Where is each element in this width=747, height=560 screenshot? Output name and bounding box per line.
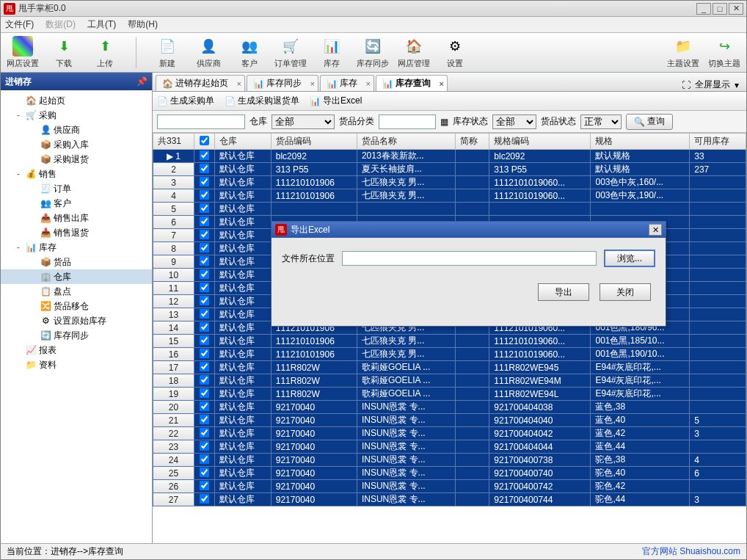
tb-shop-settings[interactable]: 网店设置 [7,36,39,69]
tree-node[interactable]: 🔄库存同步 [1,328,152,343]
row-checkbox[interactable] [194,480,215,493]
tree-node[interactable]: 📤销售出库 [1,211,152,225]
row-checkbox[interactable] [194,361,215,374]
col-header[interactable]: 规格 [591,134,690,150]
tree-node[interactable]: 👥客户 [1,196,152,211]
table-row[interactable]: 22默认仓库92170040INSUN恩裳 专...921700404042蓝色… [153,427,746,440]
tree-node[interactable]: 📈报表 [1,343,152,357]
row-checkbox[interactable] [194,150,215,163]
tb-upload[interactable]: ⬆上传 [89,36,121,69]
row-checkbox[interactable] [194,454,215,467]
row-checkbox[interactable] [194,295,215,308]
stock-status-select[interactable]: 全部 [492,114,536,129]
table-row[interactable]: 19默认仓库111R802W歌莉娅GOELIA ...111R802WE94LE… [153,388,746,401]
tab-close-icon[interactable]: × [440,79,444,88]
tb-stock-sync[interactable]: 🔄库存同步 [357,36,389,69]
row-checkbox[interactable] [194,269,215,282]
tree-node[interactable]: 📁资料 [1,357,152,372]
row-checkbox[interactable] [194,242,215,255]
menu-file[interactable]: 文件(F) [5,18,34,31]
gen-po-button[interactable]: 📄生成采购单 [157,95,214,107]
tree-node[interactable]: -🛒采购 [1,108,152,123]
export-button[interactable]: 导出 [538,283,589,301]
row-checkbox[interactable] [194,282,215,295]
table-row[interactable]: 16默认仓库111210101906七匹狼夹克 男...111210101906… [153,348,746,361]
col-header[interactable]: 可用库存 [690,134,746,150]
tab-close-icon[interactable]: × [366,79,371,88]
tree-node[interactable]: 📥销售退货 [1,225,152,240]
tree-picker-icon[interactable]: ▦ [440,117,448,127]
gen-po-return-button[interactable]: 📄生成采购退货单 [225,95,299,107]
tb-customer[interactable]: 👥客户 [233,36,266,69]
table-row[interactable]: 21默认仓库92170040INSUN恩裳 专...921700404040蓝色… [153,414,746,427]
table-row[interactable]: 15默认仓库111210101906七匹狼夹克 男...111210101906… [153,335,746,348]
row-checkbox[interactable] [194,388,215,401]
table-row[interactable]: 26默认仓库92170040INSUN恩裳 专...921700400742驼色… [153,480,746,493]
query-button[interactable]: 🔍查询 [626,114,673,130]
col-header[interactable]: 货品名称 [357,134,455,150]
table-row[interactable]: 3默认仓库111210101906七匹狼夹克 男...1112101019060… [153,176,746,189]
tab-close-icon[interactable]: × [310,79,315,88]
row-checkbox[interactable] [194,348,215,361]
row-checkbox[interactable] [194,440,215,454]
tb-theme[interactable]: 📁主题设置 [667,36,699,69]
browse-button[interactable]: 浏览... [604,250,655,267]
row-checkbox[interactable] [194,308,215,321]
col-header[interactable]: 简称 [455,134,489,150]
warehouse-select[interactable]: 全部 [272,114,335,129]
row-checkbox[interactable] [194,229,215,242]
tb-shop-mgmt[interactable]: 🏠网店管理 [398,36,430,69]
tree-node[interactable]: 🏢仓库 [1,269,152,284]
tree-node[interactable]: 🏠起始页 [1,93,152,108]
minimize-button[interactable]: _ [696,3,711,15]
row-checkbox[interactable] [194,427,215,440]
row-checkbox[interactable] [194,401,215,414]
close-button[interactable]: ✕ [729,3,743,15]
col-header[interactable]: 规格编码 [489,134,591,150]
fullscreen-button[interactable]: 全屏显示 [695,79,730,91]
menu-help[interactable]: 帮助(H) [128,18,158,31]
tree-node[interactable]: -💰销售 [1,167,152,181]
maximize-button[interactable]: □ [713,3,727,15]
table-row[interactable]: 23默认仓库92170040INSUN恩裳 专...921700404044蓝色… [153,440,746,454]
tree-node[interactable]: -📊库存 [1,240,152,255]
tb-new[interactable]: 📄新建 [151,36,183,69]
tab[interactable]: 📊库存查询× [376,75,448,91]
data-grid[interactable]: 共331仓库货品编码货品名称简称规格编码规格可用库存▶ 1默认仓库blc2092… [153,133,746,543]
col-checkall[interactable] [194,134,215,150]
tb-download[interactable]: ⬇下载 [48,36,80,69]
tb-order[interactable]: 🛒订单管理 [274,36,307,69]
col-header[interactable]: 货品编码 [271,134,357,150]
tree-node[interactable]: 📦采购入库 [1,137,152,152]
row-checkbox[interactable] [194,216,215,229]
row-checkbox[interactable] [194,189,215,203]
table-row[interactable]: 24默认仓库92170040INSUN恩裳 专...921700400738驼色… [153,454,746,467]
pin-icon[interactable]: 📌 [136,76,147,87]
tab[interactable]: 🏠进销存起始页× [156,75,245,91]
table-row[interactable]: 18默认仓库111R802W歌莉娅GOELIA ...111R802WE94ME… [153,374,746,388]
table-row[interactable]: 25默认仓库92170040INSUN恩裳 专...921700400740驼色… [153,467,746,480]
chevron-down-icon[interactable]: ▾ [735,80,739,90]
tree-node[interactable]: 🔀货品移仓 [1,299,152,313]
col-header[interactable]: 仓库 [215,134,272,150]
row-checkbox[interactable] [194,414,215,427]
table-row[interactable]: 2默认仓库313 P55夏天长袖披肩...313 P55默认规格237 [153,163,746,176]
dialog-close-button[interactable]: ✕ [649,224,662,236]
file-location-input[interactable] [342,251,597,266]
export-excel-button[interactable]: 📊导出Excel [310,95,362,107]
tab[interactable]: 📊库存× [320,75,374,91]
row-checkbox[interactable] [194,467,215,480]
menu-tools[interactable]: 工具(T) [87,18,116,31]
row-checkbox[interactable] [194,255,215,269]
table-row[interactable]: ▶ 1默认仓库blc20922013春装新款...blc2092默认规格33 [153,150,746,163]
tb-supplier[interactable]: 👤供应商 [192,36,225,69]
tree-node[interactable]: ⚙设置原始库存 [1,313,152,328]
tab-close-icon[interactable]: × [237,79,241,88]
tree-node[interactable]: 🧾订单 [1,181,152,196]
table-row[interactable]: 17默认仓库111R802W歌莉娅GOELIA ...111R802WE945E… [153,361,746,374]
tree-node[interactable]: 📋盘点 [1,284,152,299]
tb-settings[interactable]: ⚙设置 [439,36,471,69]
row-checkbox[interactable] [194,493,215,506]
tb-switch-theme[interactable]: ↪切换主题 [708,36,740,69]
row-checkbox[interactable] [194,203,215,216]
